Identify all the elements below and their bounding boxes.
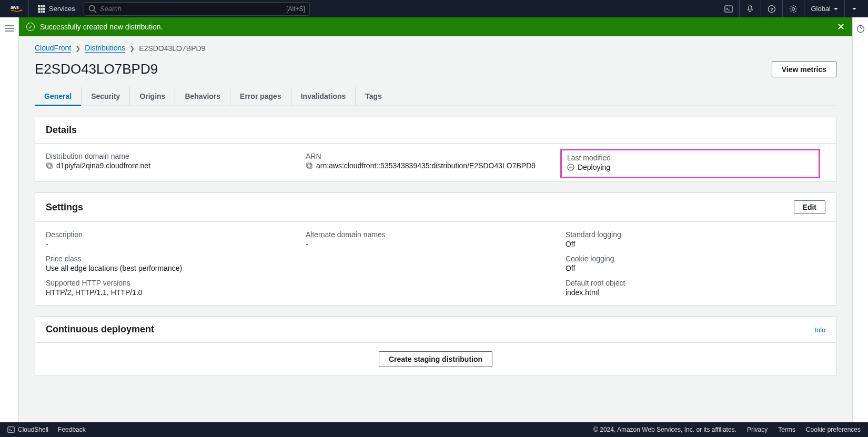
cookie-logging-value: Off <box>566 264 815 272</box>
settings-body: Description - Price class Use all edge l… <box>35 222 836 305</box>
tab-security[interactable]: Security <box>82 87 130 106</box>
description-value: - <box>46 240 295 248</box>
cloudshell-icon <box>7 426 15 433</box>
cd-body: Create staging distribution <box>35 343 836 375</box>
details-header: Details <box>35 117 836 144</box>
tab-invalidations[interactable]: Invalidations <box>291 87 356 106</box>
region-selector[interactable]: Global <box>804 0 844 17</box>
svg-text:?: ? <box>771 6 774 12</box>
bell-icon <box>746 5 754 13</box>
svg-rect-9 <box>43 11 45 13</box>
svg-point-10 <box>89 5 94 11</box>
tab-origins[interactable]: Origins <box>130 87 175 106</box>
http-versions-value: HTTP/2, HTTP/1.1, HTTP/1.0 <box>46 288 295 297</box>
default-root-label: Default root object <box>566 279 815 287</box>
flash-success: ✓ Successfully created new distribution.… <box>19 17 852 36</box>
help-panel-toggle[interactable] <box>856 25 865 422</box>
svg-rect-5 <box>41 8 43 10</box>
svg-rect-26 <box>8 427 14 433</box>
svg-text:aws: aws <box>11 5 19 10</box>
cd-header: Continuous deployment Info <box>35 317 836 343</box>
breadcrumb-distributions[interactable]: Distributions <box>85 44 125 53</box>
svg-rect-7 <box>38 11 40 13</box>
svg-rect-4 <box>38 8 40 10</box>
help-button[interactable]: ? <box>761 0 782 17</box>
footer-left: CloudShell Feedback <box>7 426 86 433</box>
svg-rect-1 <box>38 5 40 7</box>
search-box[interactable]: [Alt+S] <box>84 2 310 16</box>
breadcrumb: CloudFront ❯ Distributions ❯ E2SDO43LO7B… <box>35 44 836 53</box>
cd-info-link[interactable]: Info <box>815 327 825 334</box>
aws-logo[interactable]: aws <box>5 0 29 17</box>
last-modified-value: Deploying <box>567 163 813 171</box>
gear-icon <box>789 5 798 13</box>
chevron-down-icon <box>852 8 856 10</box>
tab-error-pages[interactable]: Error pages <box>230 87 291 106</box>
view-metrics-button[interactable]: View metrics <box>772 62 836 77</box>
domain-name-label: Distribution domain name <box>46 152 295 160</box>
svg-rect-21 <box>308 164 312 168</box>
account-menu[interactable] <box>844 0 863 17</box>
cookie-logging-label: Cookie logging <box>566 255 815 263</box>
svg-line-11 <box>94 10 96 13</box>
footer-cloudshell[interactable]: CloudShell <box>7 426 48 433</box>
page-header: E2SDO43LO7BPD9 View metrics <box>35 61 836 77</box>
flash-content: ✓ Successfully created new distribution. <box>26 23 163 31</box>
chevron-right-icon: ❯ <box>129 45 135 52</box>
details-heading: Details <box>46 125 77 136</box>
in-progress-icon <box>567 164 574 171</box>
tab-general[interactable]: General <box>35 87 82 106</box>
settings-col-1: Description - Price class Use all edge l… <box>46 230 306 297</box>
footer: CloudShell Feedback © 2024, Amazon Web S… <box>0 422 868 437</box>
search-shortcut: [Alt+S] <box>286 5 305 13</box>
cd-heading: Continuous deployment <box>46 324 154 335</box>
footer-feedback[interactable]: Feedback <box>58 426 86 433</box>
settings-heading: Settings <box>46 202 83 213</box>
page-title: E2SDO43LO7BPD9 <box>35 61 158 77</box>
svg-rect-12 <box>725 6 732 12</box>
alt-domains-value: - <box>306 240 555 248</box>
arn-value: arn:aws:cloudfront::535343839435:distrib… <box>306 161 555 170</box>
region-label: Global <box>811 5 831 13</box>
top-nav: aws Services [Alt+S] ? Global <box>0 0 868 17</box>
chevron-right-icon: ❯ <box>75 45 80 52</box>
svg-rect-8 <box>41 11 43 13</box>
details-body: Distribution domain name d1piyfai2qina9.… <box>35 144 836 181</box>
details-panel: Details Distribution domain name d1piyfa… <box>35 117 836 182</box>
http-versions-label: Supported HTTP versions <box>46 279 295 287</box>
details-col-domain: Distribution domain name d1piyfai2qina9.… <box>46 152 306 173</box>
svg-rect-2 <box>41 5 43 7</box>
alt-domains-label: Alternate domain names <box>306 230 555 239</box>
svg-rect-22 <box>307 163 311 167</box>
notifications-button[interactable] <box>739 0 761 17</box>
right-rail <box>852 17 868 422</box>
description-label: Description <box>46 230 295 239</box>
edit-settings-button[interactable]: Edit <box>794 200 825 214</box>
svg-rect-19 <box>48 164 52 168</box>
search-input[interactable] <box>100 5 286 13</box>
footer-terms[interactable]: Terms <box>778 426 795 433</box>
arn-label: ARN <box>306 152 555 160</box>
create-staging-button[interactable]: Create staging distribution <box>379 351 492 367</box>
last-modified-text: Deploying <box>578 163 610 171</box>
help-icon: ? <box>768 5 776 13</box>
hamburger-icon <box>5 25 14 32</box>
settings-panel: Settings Edit Description - Price class … <box>35 192 836 306</box>
copy-icon[interactable] <box>306 162 313 169</box>
footer-cookie[interactable]: Cookie preferences <box>806 426 861 433</box>
services-menu[interactable]: Services <box>31 5 82 13</box>
tab-behaviors[interactable]: Behaviors <box>175 87 230 106</box>
flash-message: Successfully created new distribution. <box>40 23 163 31</box>
breadcrumb-current: E2SDO43LO7BPD9 <box>139 44 205 53</box>
breadcrumb-cloudfront[interactable]: CloudFront <box>35 44 71 53</box>
flash-close[interactable]: ✕ <box>837 21 845 33</box>
left-rail <box>0 17 19 422</box>
copy-icon[interactable] <box>46 162 53 169</box>
tab-tags[interactable]: Tags <box>356 87 391 106</box>
arn-text: arn:aws:cloudfront::535343839435:distrib… <box>316 161 536 170</box>
cloudshell-icon-button[interactable] <box>718 0 739 17</box>
footer-privacy[interactable]: Privacy <box>747 426 768 433</box>
nav-toggle[interactable] <box>5 25 14 422</box>
settings-button[interactable] <box>782 0 804 17</box>
svg-point-15 <box>792 7 795 10</box>
